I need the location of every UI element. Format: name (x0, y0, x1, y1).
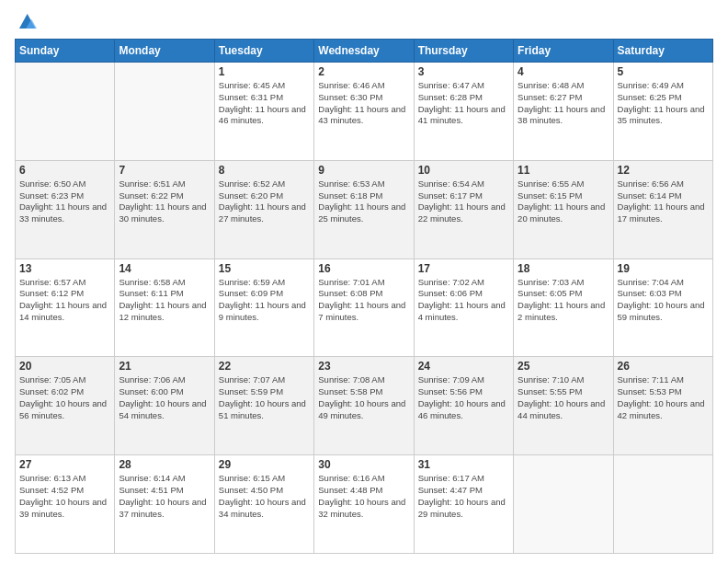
day-info: Sunrise: 7:02 AM Sunset: 6:06 PM Dayligh… (418, 277, 509, 324)
day-info: Sunrise: 7:08 AM Sunset: 5:58 PM Dayligh… (318, 374, 409, 421)
day-number: 17 (418, 262, 509, 275)
day-info: Sunrise: 7:05 AM Sunset: 6:02 PM Dayligh… (19, 374, 110, 421)
calendar-cell: 27Sunrise: 6:13 AM Sunset: 4:52 PM Dayli… (16, 455, 115, 554)
calendar-cell: 16Sunrise: 7:01 AM Sunset: 6:08 PM Dayli… (314, 259, 414, 357)
day-number: 12 (618, 164, 709, 177)
calendar-cell: 15Sunrise: 6:59 AM Sunset: 6:09 PM Dayli… (214, 259, 313, 357)
calendar-week-row: 6Sunrise: 6:50 AM Sunset: 6:23 PM Daylig… (16, 160, 713, 259)
logo-icon (17, 11, 37, 31)
day-info: Sunrise: 6:57 AM Sunset: 6:12 PM Dayligh… (19, 277, 110, 324)
calendar-cell: 2Sunrise: 6:46 AM Sunset: 6:30 PM Daylig… (314, 63, 414, 161)
day-info: Sunrise: 6:48 AM Sunset: 6:27 PM Dayligh… (518, 80, 609, 127)
weekday-header-saturday: Saturday (613, 40, 712, 63)
day-info: Sunrise: 6:15 AM Sunset: 4:50 PM Dayligh… (219, 473, 310, 520)
day-number: 15 (219, 262, 310, 275)
calendar-cell: 24Sunrise: 7:09 AM Sunset: 5:56 PM Dayli… (414, 357, 513, 455)
day-info: Sunrise: 7:09 AM Sunset: 5:56 PM Dayligh… (418, 374, 509, 421)
day-number: 13 (19, 262, 110, 275)
day-number: 27 (19, 458, 110, 471)
calendar-cell: 26Sunrise: 7:11 AM Sunset: 5:53 PM Dayli… (613, 357, 712, 455)
calendar-table: SundayMondayTuesdayWednesdayThursdayFrid… (15, 39, 713, 554)
day-info: Sunrise: 6:53 AM Sunset: 6:18 PM Dayligh… (318, 178, 409, 225)
calendar-cell (115, 63, 214, 161)
calendar-cell: 9Sunrise: 6:53 AM Sunset: 6:18 PM Daylig… (314, 160, 414, 259)
day-info: Sunrise: 6:47 AM Sunset: 6:28 PM Dayligh… (418, 80, 509, 127)
day-info: Sunrise: 6:13 AM Sunset: 4:52 PM Dayligh… (19, 473, 110, 520)
day-number: 16 (318, 262, 409, 275)
day-number: 14 (119, 262, 210, 275)
calendar-cell: 29Sunrise: 6:15 AM Sunset: 4:50 PM Dayli… (214, 455, 313, 554)
day-info: Sunrise: 6:46 AM Sunset: 6:30 PM Dayligh… (318, 80, 409, 127)
weekday-header-row: SundayMondayTuesdayWednesdayThursdayFrid… (16, 40, 713, 63)
day-number: 22 (219, 360, 310, 373)
calendar-cell: 30Sunrise: 6:16 AM Sunset: 4:48 PM Dayli… (314, 455, 414, 554)
day-info: Sunrise: 6:52 AM Sunset: 6:20 PM Dayligh… (219, 178, 310, 225)
calendar-cell (16, 63, 115, 161)
day-number: 25 (518, 360, 609, 373)
day-number: 6 (19, 164, 110, 177)
day-number: 28 (119, 458, 210, 471)
day-info: Sunrise: 7:07 AM Sunset: 5:59 PM Dayligh… (219, 374, 310, 421)
day-number: 8 (219, 164, 310, 177)
day-info: Sunrise: 6:50 AM Sunset: 6:23 PM Dayligh… (19, 178, 110, 225)
day-info: Sunrise: 7:10 AM Sunset: 5:55 PM Dayligh… (518, 374, 609, 421)
calendar-cell: 23Sunrise: 7:08 AM Sunset: 5:58 PM Dayli… (314, 357, 414, 455)
day-info: Sunrise: 7:04 AM Sunset: 6:03 PM Dayligh… (618, 277, 709, 324)
calendar-cell: 3Sunrise: 6:47 AM Sunset: 6:28 PM Daylig… (414, 63, 513, 161)
day-number: 30 (318, 458, 409, 471)
calendar-cell (613, 455, 712, 554)
day-number: 26 (618, 360, 709, 373)
day-info: Sunrise: 7:11 AM Sunset: 5:53 PM Dayligh… (618, 374, 709, 421)
calendar-cell: 19Sunrise: 7:04 AM Sunset: 6:03 PM Dayli… (613, 259, 712, 357)
day-info: Sunrise: 6:54 AM Sunset: 6:17 PM Dayligh… (418, 178, 509, 225)
day-number: 3 (418, 65, 509, 78)
day-number: 7 (119, 164, 210, 177)
calendar-cell: 31Sunrise: 6:17 AM Sunset: 4:47 PM Dayli… (414, 455, 513, 554)
calendar-week-row: 1Sunrise: 6:45 AM Sunset: 6:31 PM Daylig… (16, 63, 713, 161)
calendar-cell: 8Sunrise: 6:52 AM Sunset: 6:20 PM Daylig… (214, 160, 313, 259)
day-info: Sunrise: 6:51 AM Sunset: 6:22 PM Dayligh… (119, 178, 210, 225)
day-info: Sunrise: 6:14 AM Sunset: 4:51 PM Dayligh… (119, 473, 210, 520)
calendar-week-row: 27Sunrise: 6:13 AM Sunset: 4:52 PM Dayli… (16, 455, 713, 554)
weekday-header-wednesday: Wednesday (314, 40, 414, 63)
weekday-header-tuesday: Tuesday (214, 40, 313, 63)
calendar-cell: 25Sunrise: 7:10 AM Sunset: 5:55 PM Dayli… (514, 357, 613, 455)
calendar-week-row: 13Sunrise: 6:57 AM Sunset: 6:12 PM Dayli… (16, 259, 713, 357)
calendar-week-row: 20Sunrise: 7:05 AM Sunset: 6:02 PM Dayli… (16, 357, 713, 455)
weekday-header-friday: Friday (514, 40, 613, 63)
calendar-cell: 10Sunrise: 6:54 AM Sunset: 6:17 PM Dayli… (414, 160, 513, 259)
calendar-cell: 12Sunrise: 6:56 AM Sunset: 6:14 PM Dayli… (613, 160, 712, 259)
calendar-cell: 7Sunrise: 6:51 AM Sunset: 6:22 PM Daylig… (115, 160, 214, 259)
calendar-cell: 22Sunrise: 7:07 AM Sunset: 5:59 PM Dayli… (214, 357, 313, 455)
weekday-header-sunday: Sunday (16, 40, 115, 63)
day-number: 29 (219, 458, 310, 471)
day-number: 2 (318, 65, 409, 78)
calendar-cell: 18Sunrise: 7:03 AM Sunset: 6:05 PM Dayli… (514, 259, 613, 357)
day-number: 20 (19, 360, 110, 373)
day-number: 21 (119, 360, 210, 373)
calendar-cell (514, 455, 613, 554)
day-info: Sunrise: 7:06 AM Sunset: 6:00 PM Dayligh… (119, 374, 210, 421)
day-number: 4 (518, 65, 609, 78)
day-info: Sunrise: 6:45 AM Sunset: 6:31 PM Dayligh… (219, 80, 310, 127)
day-number: 18 (518, 262, 609, 275)
weekday-header-thursday: Thursday (414, 40, 513, 63)
calendar-cell: 4Sunrise: 6:48 AM Sunset: 6:27 PM Daylig… (514, 63, 613, 161)
day-number: 9 (318, 164, 409, 177)
day-number: 19 (618, 262, 709, 275)
day-number: 23 (318, 360, 409, 373)
day-info: Sunrise: 7:03 AM Sunset: 6:05 PM Dayligh… (518, 277, 609, 324)
day-info: Sunrise: 6:17 AM Sunset: 4:47 PM Dayligh… (418, 473, 509, 520)
day-info: Sunrise: 6:55 AM Sunset: 6:15 PM Dayligh… (518, 178, 609, 225)
day-number: 5 (618, 65, 709, 78)
day-info: Sunrise: 6:59 AM Sunset: 6:09 PM Dayligh… (219, 277, 310, 324)
day-info: Sunrise: 6:56 AM Sunset: 6:14 PM Dayligh… (618, 178, 709, 225)
day-number: 11 (518, 164, 609, 177)
calendar-cell: 1Sunrise: 6:45 AM Sunset: 6:31 PM Daylig… (214, 63, 313, 161)
day-number: 31 (418, 458, 509, 471)
calendar-cell: 11Sunrise: 6:55 AM Sunset: 6:15 PM Dayli… (514, 160, 613, 259)
logo (15, 11, 37, 31)
page: SundayMondayTuesdayWednesdayThursdayFrid… (0, 0, 728, 563)
day-number: 10 (418, 164, 509, 177)
weekday-header-monday: Monday (115, 40, 214, 63)
